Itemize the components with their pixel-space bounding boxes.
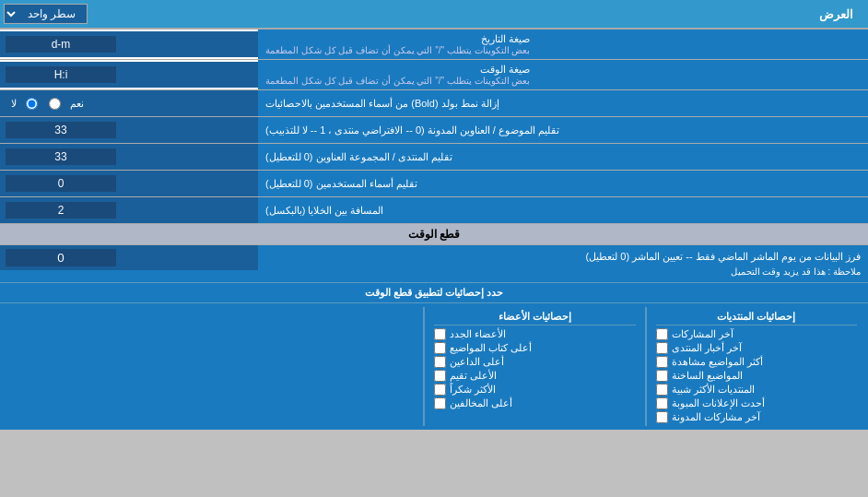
username-trim-row: تقليم أسماء المستخدمين (0 للتعطيل) — [0, 171, 868, 197]
username-trim-title: تقليم أسماء المستخدمين (0 للتعطيل) — [265, 178, 417, 190]
checkbox-item-7: آخر مشاركات المدونة — [656, 410, 858, 424]
topic-trim-title: تقليم الموضوع / العناوين المدونة (0 -- ا… — [265, 124, 559, 136]
date-format-input-container — [0, 31, 258, 57]
checkbox-item-m4: الأعلى تقيم — [434, 369, 636, 383]
date-format-title: صيغة التاريخ — [265, 33, 530, 45]
checkbox-item-1: آخر المشاركات — [656, 327, 858, 341]
checkbox-2[interactable] — [656, 342, 668, 354]
checkbox-item-m3: أعلى الداعين — [434, 355, 636, 369]
cell-spacing-row: المسافة بين الخلايا (بالبكسل) — [0, 197, 868, 224]
checkbox-4[interactable] — [656, 370, 668, 382]
checkbox-item-2: آخر أخبار المنتدى — [656, 341, 858, 355]
checkbox-1[interactable] — [656, 328, 668, 340]
checkbox-item-3: أكثر المواضيع مشاهدة — [656, 355, 858, 369]
bold-yes-label: نعم — [70, 98, 84, 110]
topic-trim-row: تقليم الموضوع / العناوين المدونة (0 -- ا… — [0, 117, 868, 144]
forum-trim-input-container — [0, 144, 258, 170]
topic-trim-input-container — [0, 117, 258, 143]
time-format-sublabel: بعض التكوينات يتطلب "/" التي يمكن أن تضا… — [265, 76, 530, 86]
checkbox-m6[interactable] — [434, 397, 446, 409]
cutoff-section-header: قطع الوقت — [0, 224, 868, 245]
checkbox-label-m2: أعلى كتاب المواضيع — [450, 342, 532, 354]
cell-spacing-label: المسافة بين الخلايا (بالبكسل) — [258, 197, 868, 223]
cutoff-label: فرز البيانات من يوم الماشر الماضي فقط --… — [258, 245, 868, 282]
checkbox-label-4: المواضيع الساخنة — [672, 370, 743, 382]
checkbox-label-2: آخر أخبار المنتدى — [672, 342, 742, 354]
checkbox-item-m2: أعلى كتاب المواضيع — [434, 341, 636, 355]
member-stats-col: إحصائيات الأعضاء الأعضاء الجدد أعلى كتاب… — [430, 307, 639, 426]
bold-no-label: لا — [11, 98, 17, 110]
time-format-input[interactable] — [6, 66, 116, 83]
checkbox-label-m4: الأعلى تقيم — [450, 370, 497, 382]
checkbox-item-5: المنتديات الأكثر شبية — [656, 383, 858, 396]
username-trim-label: تقليم أسماء المستخدمين (0 للتعطيل) — [258, 171, 868, 196]
checkbox-m3[interactable] — [434, 356, 446, 368]
empty-col — [7, 307, 417, 426]
checkbox-m2[interactable] — [434, 342, 446, 354]
checkbox-columns: إحصائيات المنتديات آخر المشاركات آخر أخب… — [7, 307, 861, 426]
main-container: العرض سطر واحد سطرين ثلاثة أسطر صيغة الت… — [0, 0, 868, 430]
topic-trim-label: تقليم الموضوع / العناوين المدونة (0 -- ا… — [258, 117, 868, 143]
forum-trim-title: تقليم المنتدى / المجموعة العناوين (0 للت… — [265, 151, 452, 163]
cell-spacing-input-container — [0, 197, 258, 223]
cutoff-main-label: فرز البيانات من يوم الماشر الماضي فقط --… — [265, 249, 861, 265]
date-format-label: صيغة التاريخ بعض التكوينات يتطلب "/" الت… — [258, 30, 868, 59]
checkbox-6[interactable] — [656, 397, 668, 409]
checkbox-7[interactable] — [656, 411, 668, 423]
checkbox-label-m6: أعلى المخالفين — [450, 397, 512, 409]
checkbox-m1[interactable] — [434, 328, 446, 340]
cell-spacing-title: المسافة بين الخلايا (بالبكسل) — [265, 205, 384, 217]
checkbox-3[interactable] — [656, 356, 668, 368]
checkbox-item-6: أحدث الإعلانات المبوبة — [656, 396, 858, 410]
bold-radio-group: نعم لا — [6, 96, 89, 112]
username-trim-input[interactable] — [6, 175, 116, 192]
cutoff-input[interactable] — [6, 249, 116, 266]
topic-trim-input[interactable] — [6, 122, 116, 138]
cutoff-sublabel: ملاحظة : هذا قد يزيد وقت التحميل — [265, 265, 861, 278]
time-format-label: صيغة الوقت بعض التكوينات يتطلب "/" التي … — [258, 60, 868, 89]
forum-stats-col: إحصائيات المنتديات آخر المشاركات آخر أخب… — [652, 307, 862, 426]
header-row: العرض سطر واحد سطرين ثلاثة أسطر — [0, 0, 868, 30]
member-stats-header: إحصائيات الأعضاء — [434, 309, 636, 325]
forum-stats-header: إحصائيات المنتديات — [656, 309, 858, 325]
checkbox-item-4: المواضيع الساخنة — [656, 369, 858, 383]
date-format-row: صيغة التاريخ بعض التكوينات يتطلب "/" الت… — [0, 30, 868, 60]
forum-trim-input[interactable] — [6, 148, 116, 165]
checkbox-item-m1: الأعضاء الجدد — [434, 327, 636, 341]
date-format-input[interactable] — [6, 36, 116, 53]
cutoff-row: فرز البيانات من يوم الماشر الماضي فقط --… — [0, 245, 868, 283]
checkbox-label-m1: الأعضاء الجدد — [450, 328, 506, 340]
checkbox-label-m5: الأكثر شكراً — [450, 384, 496, 396]
checkbox-5[interactable] — [656, 384, 668, 396]
username-trim-input-container — [0, 171, 258, 196]
checkbox-item-m5: الأكثر شكراً — [434, 383, 636, 396]
date-format-sublabel: بعض التكوينات يتطلب "/" التي يمكن أن تضا… — [265, 45, 530, 55]
header-label: العرض — [93, 7, 864, 21]
bold-remove-input-container: نعم لا — [0, 90, 258, 116]
checkbox-item-m6: أعلى المخالفين — [434, 396, 636, 410]
checkbox-label-6: أحدث الإعلانات المبوبة — [672, 397, 765, 409]
bold-no-radio[interactable] — [26, 98, 38, 110]
forum-trim-row: تقليم المنتدى / المجموعة العناوين (0 للت… — [0, 144, 868, 171]
checkbox-label-m3: أعلى الداعين — [450, 356, 504, 368]
bold-remove-row: إزالة نمط بولد (Bold) من أسماء المستخدمي… — [0, 90, 868, 117]
checkbox-label-7: آخر مشاركات المدونة — [672, 411, 760, 423]
display-select[interactable]: سطر واحد سطرين ثلاثة أسطر — [4, 4, 88, 24]
bold-remove-label: إزالة نمط بولد (Bold) من أسماء المستخدمي… — [258, 90, 868, 116]
checkbox-label-5: المنتديات الأكثر شبية — [672, 384, 755, 396]
bold-yes-radio[interactable] — [49, 98, 61, 110]
col-divider — [645, 307, 647, 426]
cell-spacing-input[interactable] — [6, 202, 116, 219]
forum-trim-label: تقليم المنتدى / المجموعة العناوين (0 للت… — [258, 144, 868, 170]
stats-header: حدد إحصائيات لتطبيق قطع الوقت — [0, 283, 868, 303]
checkbox-m5[interactable] — [434, 384, 446, 396]
checkbox-label-3: أكثر المواضيع مشاهدة — [672, 356, 763, 368]
checkbox-m4[interactable] — [434, 370, 446, 382]
time-format-input-container — [0, 62, 258, 88]
bold-remove-title: إزالة نمط بولد (Bold) من أسماء المستخدمي… — [265, 98, 499, 110]
time-format-row: صيغة الوقت بعض التكوينات يتطلب "/" التي … — [0, 60, 868, 90]
cutoff-input-container — [0, 245, 258, 270]
checkbox-label-1: آخر المشاركات — [672, 328, 733, 340]
col-divider-2 — [423, 307, 425, 426]
time-format-title: صيغة الوقت — [265, 64, 530, 76]
